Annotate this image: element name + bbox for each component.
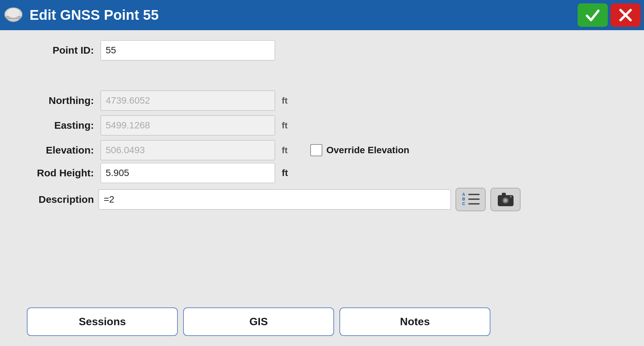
override-elevation-checkbox[interactable] <box>310 144 322 156</box>
window-title: Edit GNSS Point 55 <box>30 7 159 23</box>
svg-text:C: C <box>462 201 465 206</box>
abc-list-button[interactable]: A B C <box>455 188 486 211</box>
easting-unit: ft <box>282 120 293 131</box>
easting-label: Easting: <box>27 120 94 131</box>
elevation-input[interactable] <box>101 140 275 160</box>
svg-rect-15 <box>502 193 506 195</box>
notes-button[interactable]: Notes <box>339 307 490 336</box>
elevation-label: Elevation: <box>27 145 94 156</box>
helmet-icon <box>3 5 23 25</box>
description-row: Description A B C <box>27 188 617 211</box>
rod-height-unit: ft <box>282 168 293 178</box>
northing-unit: ft <box>282 96 293 106</box>
svg-point-2 <box>7 8 19 18</box>
spacer-2 <box>27 78 617 88</box>
svg-point-14 <box>504 199 507 202</box>
rod-height-input[interactable] <box>101 163 275 183</box>
main-content: Point ID: Northing: ft Easting: ft Eleva… <box>0 30 644 346</box>
northing-input[interactable] <box>101 91 275 111</box>
cancel-button[interactable] <box>610 3 641 27</box>
point-id-label: Point ID: <box>27 45 94 56</box>
bottom-buttons: Sessions GIS Notes <box>27 307 617 339</box>
title-bar: Edit GNSS Point 55 <box>0 0 644 30</box>
svg-text:B: B <box>462 197 465 201</box>
svg-text:A: A <box>462 192 465 197</box>
northing-row: Northing: ft <box>27 91 617 111</box>
spacer-1 <box>27 65 617 75</box>
ok-button[interactable] <box>578 3 608 27</box>
svg-rect-16 <box>510 196 512 197</box>
description-label: Description <box>27 194 94 205</box>
rod-height-row: Rod Height: ft <box>27 163 617 183</box>
elevation-unit: ft <box>282 145 293 156</box>
gis-button[interactable]: GIS <box>183 307 334 336</box>
override-elevation-label: Override Elevation <box>326 145 409 156</box>
sessions-button[interactable]: Sessions <box>27 307 178 336</box>
easting-input[interactable] <box>101 115 275 135</box>
northing-label: Northing: <box>27 95 94 106</box>
elevation-full-row: Elevation: ft Override Elevation <box>27 140 617 160</box>
rod-height-label: Rod Height: <box>27 167 94 179</box>
override-row: Override Elevation <box>310 144 409 156</box>
description-input[interactable] <box>99 189 451 210</box>
title-bar-left: Edit GNSS Point 55 <box>3 5 159 25</box>
point-id-input[interactable] <box>101 40 275 60</box>
point-id-row: Point ID: <box>27 40 617 60</box>
easting-row: Easting: ft <box>27 115 617 135</box>
camera-button[interactable] <box>490 188 521 211</box>
title-bar-buttons <box>578 3 641 27</box>
